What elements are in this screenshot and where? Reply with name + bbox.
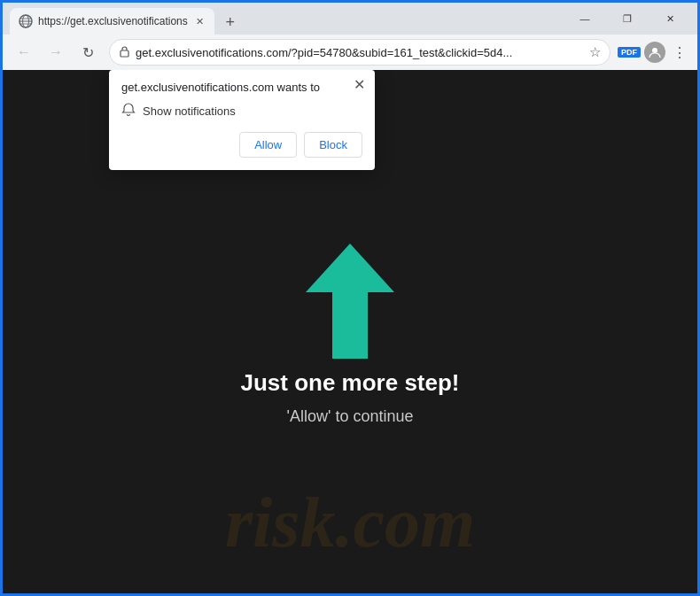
center-content: Just one more step! 'Allow' to continue xyxy=(240,244,459,426)
popup-notification-row: Show notifications xyxy=(121,103,362,120)
title-bar: https://get.exclusivenotifications ✕ + —… xyxy=(3,3,697,35)
maximize-button[interactable]: ❐ xyxy=(607,4,648,33)
popup-close-button[interactable]: ✕ xyxy=(350,75,368,93)
active-tab[interactable]: https://get.exclusivenotifications ✕ xyxy=(10,8,214,35)
watermark-text: risk.com xyxy=(225,483,475,563)
block-button[interactable]: Block xyxy=(304,132,362,158)
bell-icon xyxy=(121,103,136,120)
svg-point-6 xyxy=(652,48,657,53)
forward-button[interactable]: → xyxy=(42,38,70,66)
tab-favicon-icon xyxy=(19,14,33,28)
menu-icon[interactable]: ⋮ xyxy=(669,41,690,65)
close-button[interactable]: ✕ xyxy=(649,4,690,33)
minimize-button[interactable]: — xyxy=(564,4,605,33)
tab-area: https://get.exclusivenotifications ✕ + xyxy=(10,3,564,35)
svg-marker-7 xyxy=(306,244,394,359)
page-subtext: 'Allow' to continue xyxy=(287,407,414,426)
svg-rect-5 xyxy=(121,50,128,57)
tab-close-button[interactable]: ✕ xyxy=(193,14,207,28)
window-controls: — ❐ ✕ xyxy=(564,4,690,33)
pdf-extension-badge[interactable]: PDF xyxy=(618,47,641,58)
page-heading: Just one more step! xyxy=(240,369,459,397)
reload-button[interactable]: ↻ xyxy=(74,38,102,66)
arrow-up-icon xyxy=(306,244,394,359)
lock-icon xyxy=(119,45,130,60)
permission-popup: ✕ get.exclusivenotifications.com wants t… xyxy=(109,70,375,170)
notification-label: Show notifications xyxy=(143,104,236,118)
browser-chrome: https://get.exclusivenotifications ✕ + —… xyxy=(3,3,697,70)
bookmark-icon[interactable]: ☆ xyxy=(589,44,601,60)
back-button[interactable]: ← xyxy=(10,38,38,66)
profile-icon[interactable] xyxy=(644,42,665,63)
allow-button[interactable]: Allow xyxy=(239,132,297,158)
page-content: risk.com ✕ get.exclusivenotifications.co… xyxy=(3,70,697,596)
nav-bar: ← → ↻ get.exclusivenotifications.com/?pi… xyxy=(3,35,697,70)
url-text: get.exclusivenotifications.com/?pid=5478… xyxy=(136,46,584,59)
new-tab-button[interactable]: + xyxy=(218,10,243,35)
popup-title: get.exclusivenotifications.com wants to xyxy=(121,81,362,94)
popup-buttons: Allow Block xyxy=(121,132,362,158)
address-bar[interactable]: get.exclusivenotifications.com/?pid=5478… xyxy=(109,39,611,66)
tab-title: https://get.exclusivenotifications xyxy=(38,15,188,27)
